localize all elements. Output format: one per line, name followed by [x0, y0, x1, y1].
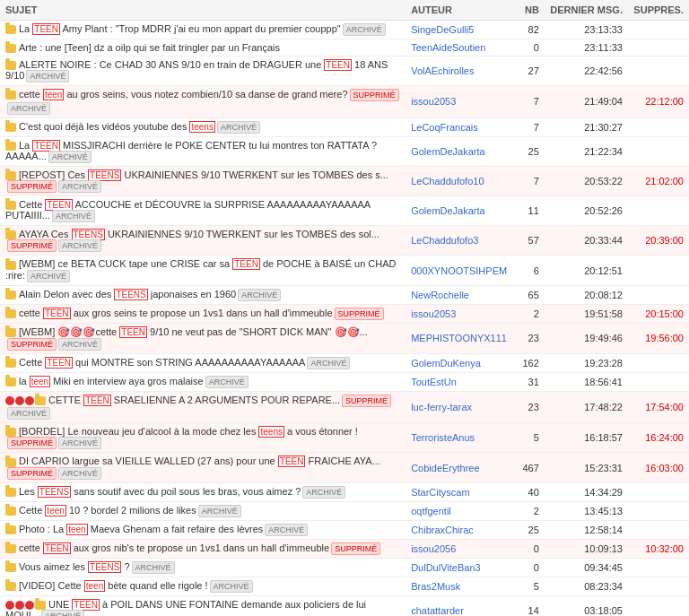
teen-highlight: teens	[258, 426, 283, 438]
teen-highlight: TEEN	[32, 140, 60, 152]
author-cell[interactable]: Bras2Musk	[406, 577, 513, 596]
table-row[interactable]: Arte : une [Teen] dz a oilp qui se fait …	[0, 39, 689, 56]
table-row[interactable]: Cette TEEN qui MONTRE son STRING AAAAAAA…	[0, 353, 689, 372]
suppres-cell: 16:24:00	[628, 423, 689, 453]
suppres-cell: 20:39:00	[628, 226, 689, 256]
subject-text[interactable]: DI CAPRIO largue sa VIEILLE WALLED (27 a…	[19, 455, 380, 466]
table-row[interactable]: UNE TEEN à POIL DANS UNE FONTAINE demand…	[0, 596, 689, 616]
table-row[interactable]: Les TEENS sans soutif avec du poil sous …	[0, 482, 689, 501]
archive-badge: ARCHIVÉ	[302, 486, 345, 499]
table-row[interactable]: cette TEEN aux gros nib's te propose un …	[0, 539, 689, 558]
subject-cell: Alain Delon avec des TEENS japonaises en…	[0, 285, 406, 304]
teen-highlight: TEENS	[114, 289, 147, 300]
subject-cell: Cette TEEN ACCOUCHE et DÉCOUVRE la SURPR…	[0, 196, 406, 226]
author-cell[interactable]: SingeDeGulli5	[406, 21, 513, 39]
table-row[interactable]: [BORDEL] Le nouveau jeu d'alcool à la mo…	[0, 423, 689, 453]
table-row[interactable]: AYAYA Ces TEENS UKRAINIENNES 9/10 TWERKE…	[0, 226, 689, 256]
table-row[interactable]: cette TEEN aux gros seins te propose un …	[0, 304, 689, 323]
author-cell[interactable]: TerroristеAnus	[406, 423, 513, 453]
lastmsg-cell: 20:52:26	[545, 196, 628, 226]
subject-text[interactable]: La TEEN Amy Plant : "Trop MDRR j'ai eu m…	[19, 23, 341, 34]
subject-text[interactable]: Photo : La teen Maeva Ghenam a fait refa…	[19, 524, 263, 534]
subject-cell: La TEEN Amy Plant : "Trop MDRR j'ai eu m…	[0, 21, 406, 39]
table-row[interactable]: [VIDEO] Cette teen bète quand elle rigol…	[0, 577, 689, 596]
nb-cell: 0	[513, 539, 545, 558]
subject-text[interactable]: Cette teen 10 ? bordel 2 milions de like…	[19, 505, 196, 516]
folder-icon	[5, 563, 16, 572]
subject-text[interactable]: cette teen au gros seins, vous notez com…	[19, 89, 348, 100]
subject-text[interactable]: la teen Miki en interview aya gros malai…	[19, 376, 204, 386]
table-row[interactable]: DI CAPRIO largue sa VIEILLE WALLED (27 a…	[0, 453, 689, 482]
subject-text[interactable]: cette TEEN aux gros seins te propose un …	[19, 308, 333, 318]
folder-icon	[5, 91, 16, 100]
subject-text[interactable]: Les TEENS sans soutif avec du poil sous …	[19, 486, 301, 497]
subject-text[interactable]: CETTE TEEN SRAELIENNE A 2 ARGUMENTS POUR…	[48, 395, 340, 405]
subject-cell: [WEBM] 🎯🎯🎯cette TEEN 9/10 ne veut pas de…	[0, 323, 406, 353]
author-cell[interactable]: ChibraxChirac	[406, 520, 513, 539]
author-cell[interactable]: GolemDuKenya	[406, 353, 513, 372]
author-cell[interactable]: GolemDeJakarta	[406, 196, 513, 226]
folder-icon	[5, 230, 16, 239]
subject-text[interactable]: AYAYA Ces TEENS UKRAINIENNES 9/10 TWERKE…	[19, 229, 379, 239]
table-row[interactable]: C'est quoi déjà les vidéos youtube des t…	[0, 117, 689, 136]
lastmsg-cell: 20:12:51	[545, 256, 628, 285]
subject-text[interactable]: Alain Delon avec des TEENS japonaises en…	[19, 289, 236, 299]
table-row[interactable]: [WEBM] 🎯🎯🎯cette TEEN 9/10 ne veut pas de…	[0, 323, 689, 353]
subject-text[interactable]: [BORDEL] Le nouveau jeu d'alcool à la mo…	[19, 426, 358, 437]
table-row[interactable]: La TEEN Amy Plant : "Trop MDRR j'ai eu m…	[0, 21, 689, 39]
table-row[interactable]: Cette TEEN ACCOUCHE et DÉCOUVRE la SURPR…	[0, 196, 689, 226]
author-cell[interactable]: 000XYNOOTSIHPEM	[406, 256, 513, 285]
subject-text[interactable]: cette TEEN aux gros nib's te propose un …	[19, 542, 329, 553]
subject-cell: Cette teen 10 ? bordel 2 milions de like…	[0, 501, 406, 520]
subject-text[interactable]: C'est quoi déjà les vidéos youtube des t…	[19, 121, 215, 132]
subject-text[interactable]: [WEBM] 🎯🎯🎯cette TEEN 9/10 ne veut pas de…	[19, 326, 368, 337]
subject-cell: cette TEEN aux gros nib's te propose un …	[0, 539, 406, 558]
folder-icon	[5, 142, 16, 151]
author-cell[interactable]: CobideErythree	[406, 453, 513, 482]
archive-badge: ARCHIVÉ	[307, 357, 350, 369]
subject-cell: ALERTE NOIRE : Ce CHAD 30 ANS 9/10 en tr…	[0, 56, 406, 86]
author-cell[interactable]: issou2053	[406, 304, 513, 323]
subject-text[interactable]: Vous aimez les TEENS ?	[19, 561, 130, 572]
subject-text[interactable]: Cette TEEN qui MONTRE son STRING AAAAAAA…	[19, 357, 305, 368]
teen-highlight: TEEN	[32, 23, 60, 35]
table-row[interactable]: la teen Miki en interview aya gros malai…	[0, 372, 689, 391]
table-row[interactable]: [WEBM] ce BETA CUCK tape une CRISE car s…	[0, 256, 689, 285]
author-cell[interactable]: DulDulViteBan3	[406, 559, 513, 577]
author-cell[interactable]: luc-ferry-tarax	[406, 392, 513, 423]
subject-cell: cette TEEN aux gros seins te propose un …	[0, 304, 406, 323]
author-cell[interactable]: issou2053	[406, 86, 513, 117]
author-cell[interactable]: VolAEchirolles	[406, 56, 513, 86]
author-cell[interactable]: StarCityscam	[406, 482, 513, 501]
teen-highlight: TEENS	[72, 229, 105, 240]
subject-text[interactable]: Arte : une [Teen] dz a oilp qui se fait …	[19, 42, 280, 53]
nb-cell: 5	[513, 423, 545, 453]
table-row[interactable]: La TEEN MISSJIRACHI derrière le POKE CEN…	[0, 136, 689, 166]
author-cell[interactable]: chatattarder	[406, 596, 513, 616]
author-cell[interactable]: TeenAideSoutien	[406, 39, 513, 56]
table-row[interactable]: Cette teen 10 ? bordel 2 milions de like…	[0, 501, 689, 520]
author-cell[interactable]: oqtfgentil	[406, 501, 513, 520]
subject-cell: [WEBM] ce BETA CUCK tape une CRISE car s…	[0, 256, 406, 285]
subject-text[interactable]: [VIDEO] Cette teen bète quand elle rigol…	[19, 580, 208, 591]
author-cell[interactable]: LeCoqFrancais	[406, 117, 513, 136]
subject-text[interactable]: [REPOST] Ces TEENS UKRAINIENNES 9/10 TWE…	[19, 169, 388, 180]
table-row[interactable]: Alain Delon avec des TEENS japonaises en…	[0, 285, 689, 304]
table-row[interactable]: CETTE TEEN SRAELIENNE A 2 ARGUMENTS POUR…	[0, 392, 689, 423]
author-cell[interactable]: ToutEstUn	[406, 372, 513, 391]
author-cell[interactable]: LeChaddufofo3	[406, 226, 513, 256]
table-row[interactable]: [REPOST] Ces TEENS UKRAINIENNES 9/10 TWE…	[0, 166, 689, 195]
table-row[interactable]: Photo : La teen Maeva Ghenam a fait refa…	[0, 520, 689, 539]
lastmsg-cell: 19:23:28	[545, 353, 628, 372]
author-cell[interactable]: GolemDeJakarta	[406, 136, 513, 166]
table-row[interactable]: cette teen au gros seins, vous notez com…	[0, 86, 689, 117]
archive-badge: ARCHIVÉ	[7, 102, 50, 115]
table-row[interactable]: Vous aimez les TEENS ?ARCHIVÉDulDulViteB…	[0, 559, 689, 577]
author-cell[interactable]: NewRochelle	[406, 285, 513, 304]
author-cell[interactable]: issou2056	[406, 539, 513, 558]
author-cell[interactable]: MEPHISTOONYX111	[406, 323, 513, 353]
author-cell[interactable]: LeChaddufofo10	[406, 166, 513, 195]
table-row[interactable]: ALERTE NOIRE : Ce CHAD 30 ANS 9/10 en tr…	[0, 56, 689, 86]
folder-icon	[5, 44, 16, 53]
folder-icon	[35, 396, 46, 405]
